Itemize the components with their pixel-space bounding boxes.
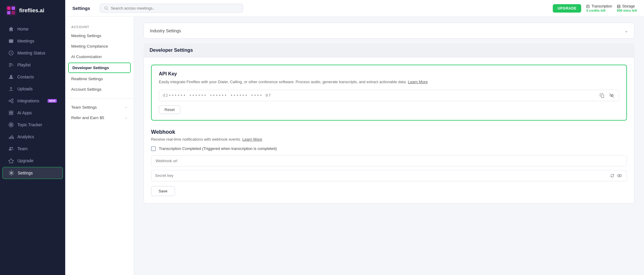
copy-api-key-button[interactable]	[599, 92, 606, 98]
settings-icon	[9, 170, 14, 176]
sidebar-item-home[interactable]: Home	[2, 23, 63, 35]
eye-slash-icon	[609, 93, 614, 98]
sidebar-item-settings[interactable]: Settings	[2, 167, 63, 179]
transcription-completed-checkbox[interactable]	[151, 146, 156, 151]
sidebar-item-analytics[interactable]: Analytics	[2, 131, 63, 142]
svg-point-41	[617, 174, 622, 177]
api-key-learn-more-link[interactable]: Learn More	[408, 80, 427, 84]
sidebar-item-label: Topic Tracker	[17, 122, 42, 127]
svg-line-34	[107, 9, 108, 10]
sidebar-item-label: Playlist	[17, 63, 31, 67]
storage-label-row: Storage	[617, 4, 635, 8]
sidebar-item-topic-tracker[interactable]: Topic Tracker	[2, 119, 63, 130]
svg-marker-31	[8, 159, 14, 163]
sidebar-item-label: Meetings	[17, 39, 34, 43]
svg-point-24	[11, 124, 12, 125]
main-area: Settings UPGRADE Transcription 3 credits…	[65, 0, 644, 275]
transcription-completed-label: Transcription Completed (Triggered when …	[159, 146, 277, 151]
industry-settings-header[interactable]: Industry Settings ⌄	[144, 23, 634, 39]
api-key-value: d2•••••• •••••• •••••• •••••• •••• 0f	[163, 93, 596, 98]
topbar: Settings UPGRADE Transcription 3 credits…	[65, 0, 644, 17]
settings-nav-meeting-compliance[interactable]: Meeting Compliance	[65, 41, 134, 51]
sidebar-item-team[interactable]: Team	[2, 143, 63, 154]
api-key-input-row: d2•••••• •••••• •••••• •••••• •••• 0f	[159, 90, 619, 101]
svg-point-29	[10, 147, 11, 149]
svg-rect-39	[602, 95, 604, 98]
upgrade-button[interactable]: UPGRADE	[553, 4, 581, 13]
new-badge: NEW	[48, 99, 57, 103]
storage-info: Storage 800 mins left	[617, 4, 637, 12]
settings-nav-realtime-settings[interactable]: Realtime Settings	[65, 74, 134, 84]
sidebar-item-label: Uploads	[17, 86, 33, 91]
team-settings-arrow: →	[124, 105, 128, 110]
storage-label: Storage	[622, 4, 635, 8]
svg-rect-26	[10, 136, 11, 139]
svg-rect-9	[9, 66, 11, 67]
sidebar-item-meetings[interactable]: Meetings	[2, 35, 63, 47]
webhook-learn-more-link[interactable]: Learn More	[242, 137, 262, 142]
svg-point-30	[11, 147, 13, 148]
svg-rect-25	[9, 137, 10, 139]
search-bar[interactable]	[100, 4, 243, 13]
settings-nav-ai-customization[interactable]: AI Customization	[65, 51, 134, 62]
sidebar-item-label: Analytics	[17, 134, 34, 139]
svg-point-42	[619, 175, 620, 176]
contacts-icon	[8, 74, 14, 80]
api-key-card: API Key Easily integrate Fireflies with …	[151, 65, 627, 121]
account-section-label: Account	[65, 23, 134, 31]
hide-api-key-button[interactable]	[608, 92, 615, 98]
eye-icon	[617, 173, 622, 178]
settings-nav-refer[interactable]: Refer and Earn $5 →	[65, 113, 134, 123]
ai-apps-icon	[8, 110, 14, 116]
analytics-icon	[8, 134, 14, 139]
main-nav: Home Meetings Meeting Status Playlist Co…	[0, 21, 65, 275]
svg-rect-7	[9, 63, 12, 64]
storage-mins: 800 mins left	[617, 9, 637, 12]
settings-content: Industry Settings ⌄ Developer Settings A…	[134, 17, 644, 275]
refresh-secret-key-button[interactable]	[609, 173, 616, 179]
reset-api-key-button[interactable]: Reset	[159, 105, 180, 114]
svg-rect-35	[587, 5, 589, 7]
show-secret-key-button[interactable]	[616, 173, 623, 179]
webhook-url-input[interactable]	[151, 155, 627, 166]
save-webhook-button[interactable]: Save	[151, 186, 175, 196]
refer-arrow: →	[124, 116, 128, 120]
integrations-icon	[8, 98, 14, 104]
svg-rect-27	[12, 135, 13, 139]
search-icon	[104, 6, 108, 10]
settings-sidebar: Account Meeting Settings Meeting Complia…	[65, 17, 134, 275]
search-input[interactable]	[111, 6, 239, 10]
transcription-label-row: Transcription	[586, 4, 612, 8]
svg-point-11	[10, 75, 12, 77]
content-wrapper: Account Meeting Settings Meeting Complia…	[65, 17, 644, 275]
api-key-title: API Key	[159, 71, 619, 77]
meetings-icon	[8, 38, 14, 44]
svg-point-33	[105, 7, 107, 9]
secret-key-input[interactable]	[155, 173, 609, 178]
industry-settings-label: Industry Settings	[150, 28, 181, 33]
svg-rect-5	[9, 39, 13, 43]
upgrade-icon	[8, 158, 14, 163]
transcription-label: Transcription	[591, 4, 612, 8]
transcription-icon	[586, 4, 590, 8]
sidebar-item-upgrade[interactable]: Upgrade	[2, 155, 63, 166]
sidebar-item-ai-apps[interactable]: AI Apps	[2, 107, 63, 118]
sidebar-item-meeting-status[interactable]: Meeting Status	[2, 47, 63, 59]
logo-icon	[6, 5, 16, 16]
settings-nav-account-settings[interactable]: Account Settings	[65, 84, 134, 95]
sidebar-item-contacts[interactable]: Contacts	[2, 71, 63, 83]
sidebar-item-label: Integrations	[17, 98, 39, 103]
page-title: Settings	[72, 6, 90, 11]
settings-divider	[65, 98, 134, 98]
sidebar-item-playlist[interactable]: Playlist	[2, 59, 63, 71]
team-icon	[8, 146, 14, 151]
settings-nav-team-settings[interactable]: Team Settings →	[65, 102, 134, 113]
webhook-title: Webhook	[151, 129, 627, 135]
sidebar-item-integrations[interactable]: Integrations NEW	[2, 95, 63, 107]
sidebar-item-label: Team	[17, 146, 28, 151]
svg-rect-20	[9, 113, 11, 115]
sidebar-item-label: Contacts	[17, 75, 34, 79]
sidebar-item-uploads[interactable]: Uploads	[2, 83, 63, 95]
settings-nav-developer-settings[interactable]: Developer Settings	[68, 63, 131, 73]
settings-nav-meeting-settings[interactable]: Meeting Settings	[65, 31, 134, 41]
